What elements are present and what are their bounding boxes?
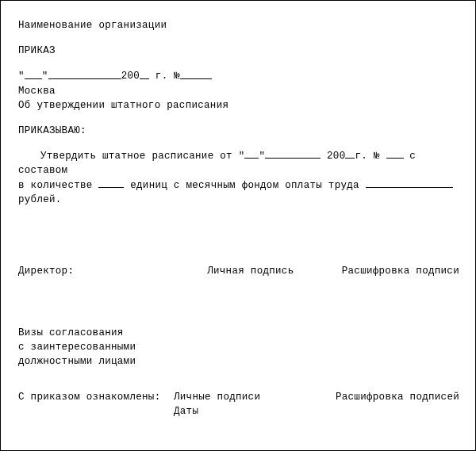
ack-c2a: Личные подписи (174, 390, 260, 404)
year-suffix: г. № (149, 71, 180, 82)
visa-line1: Визы согласования (18, 326, 459, 340)
order-verb: ПРИКАЗЫВАЮ: (18, 124, 459, 138)
body1-month-blank (265, 149, 321, 159)
body2-a: в количестве (18, 180, 98, 191)
body1-day-blank (244, 149, 259, 159)
day-blank (25, 69, 42, 78)
doc-type: ПРИКАЗ (18, 44, 459, 58)
subject: Об утверждении штатного расписания (18, 98, 459, 113)
sign-col2: Личная подпись (207, 264, 294, 278)
sign-col3: Расшифровка подписи (342, 264, 459, 278)
quote-open: " (18, 71, 25, 82)
body2-qty-blank (98, 178, 124, 188)
year-prefix: 200 (121, 71, 140, 82)
ack-l1: С приказом ознакомлены: (18, 390, 174, 404)
body1-num-blank (386, 149, 404, 159)
document-page: Наименование организации ПРИКАЗ ""200 г.… (0, 0, 476, 451)
month-blank (48, 69, 121, 78)
ack-c3: Расшифровка подписей (336, 390, 459, 404)
date-number-line: ""200 г. № (18, 69, 459, 83)
body1-a: Утвердить штатное расписание от " (40, 151, 244, 162)
body2-fund-blank (366, 178, 453, 188)
org-name-label: Наименование организации (18, 18, 459, 32)
signature-row: Директор: Личная подпись Расшифровка под… (18, 264, 459, 278)
ack-c2b: Даты (174, 404, 260, 419)
city: Москва (18, 84, 459, 98)
sign-role: Директор: (18, 264, 159, 278)
ack-row: С приказом ознакомлены: Личные подписи Д… (18, 390, 459, 419)
body1-b: " (259, 151, 265, 162)
body1-d: г. № (355, 151, 386, 162)
order-body-line1: Утвердить штатное расписание от "" 200г.… (18, 149, 459, 178)
order-body-line3: рублей. (18, 193, 459, 207)
body2-b: единиц с месячным фондом оплаты труда (124, 180, 365, 191)
number-blank (180, 69, 212, 78)
visa-line2: с заинтересованными (18, 340, 459, 354)
order-body-line2: в количестве единиц с месячным фондом оп… (18, 178, 459, 193)
visa-line3: должностными лицами (18, 354, 459, 369)
body1-c: 200 (321, 151, 345, 162)
quote-close: " (42, 71, 48, 82)
year-digit-blank (140, 69, 149, 78)
body1-year-blank (345, 149, 355, 159)
